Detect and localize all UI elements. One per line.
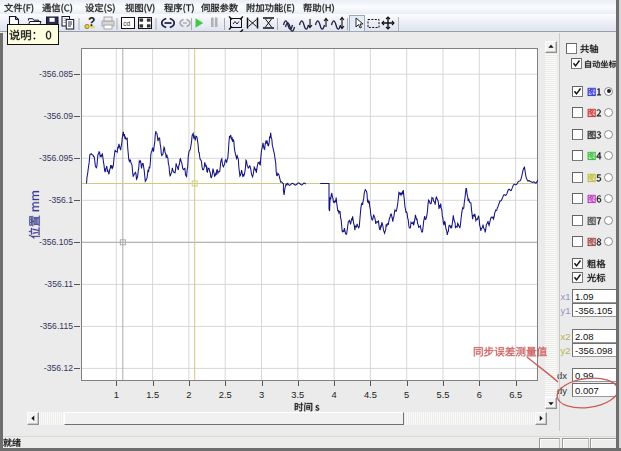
svg-text:cd: cd	[123, 20, 130, 27]
